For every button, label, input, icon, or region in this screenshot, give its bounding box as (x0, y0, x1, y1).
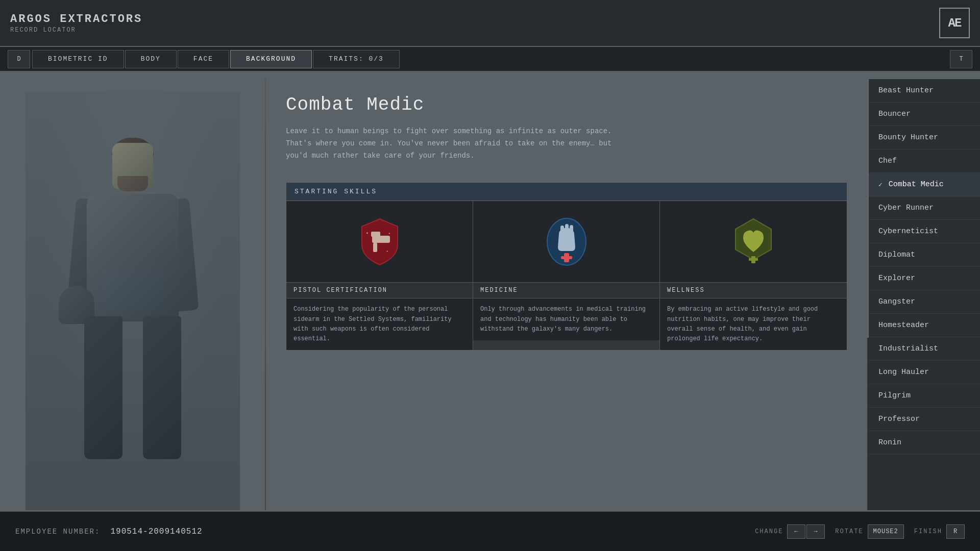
svg-rect-15 (749, 258, 758, 261)
skills-container: STARTING SKILLS (286, 182, 847, 350)
skill-wellness-icon-area (660, 201, 847, 283)
skill-medicine: MEDICINE Only through advancements in me… (473, 201, 660, 350)
nav-tabs: D BIOMETRIC ID BODY FACE BACKGROUND TRAI… (0, 47, 980, 71)
logo-area: ARGOS EXTRACTORS RECORD LOCATOR (10, 13, 142, 34)
tab-body[interactable]: BODY (125, 50, 177, 68)
character-body (56, 128, 209, 510)
wellness-icon (730, 216, 776, 267)
sidebar-item-bouncer[interactable]: Bouncer (868, 103, 980, 126)
rotate-control: ROTATE MOUSE2 (835, 524, 903, 539)
skill-wellness: WELLNESS By embracing an active lifestyl… (660, 201, 847, 350)
sidebar-item-explorer[interactable]: Explorer (868, 267, 980, 290)
tab-biometric-id[interactable]: BIOMETRIC ID (32, 50, 124, 68)
skill-pistol-icon-area: ✦ ✦ ✦ (286, 201, 473, 283)
finish-key[interactable]: R (946, 524, 965, 539)
tab-background[interactable]: BACKGROUND (230, 50, 312, 68)
char-chest-detail (102, 270, 163, 311)
sidebar-item-beast-hunter[interactable]: Beast Hunter (868, 79, 980, 103)
pistol-icon: ✦ ✦ ✦ (357, 216, 403, 267)
divider (265, 79, 266, 510)
background-list[interactable]: Beast HunterBouncerBounty HunterChefComb… (868, 79, 980, 510)
sidebar-item-homesteader[interactable]: Homesteader (868, 314, 980, 337)
skills-grid: ✦ ✦ ✦ PISTOL CERTIFICATION Considering t… (286, 201, 847, 350)
svg-text:✦: ✦ (386, 249, 388, 253)
char-torso (87, 194, 179, 321)
svg-rect-1 (371, 232, 380, 237)
skill-pistol: ✦ ✦ ✦ PISTOL CERTIFICATION Considering t… (286, 201, 473, 350)
tab-traits[interactable]: TRAITS: 0/3 (313, 50, 400, 68)
char-beard (117, 176, 148, 191)
skill-wellness-name: WELLNESS (660, 283, 847, 298)
svg-rect-9 (565, 224, 569, 235)
char-leg-right (143, 316, 181, 459)
app-subtitle: RECORD LOCATOR (10, 27, 142, 34)
finish-control: FINISH R (914, 524, 965, 539)
skill-pistol-desc: Considering the popularity of the person… (286, 298, 473, 350)
header-bar: ARGOS EXTRACTORS RECORD LOCATOR AE (0, 0, 980, 46)
sidebar-item-pilgrim[interactable]: Pilgrim (868, 384, 980, 408)
main-content: Combat Medic Leave it to human beings to… (265, 79, 868, 510)
skill-pistol-name: PISTOL CERTIFICATION (286, 283, 473, 298)
skill-medicine-icon-area (473, 201, 659, 283)
sidebar-item-professor[interactable]: Professor (868, 408, 980, 431)
app-title: ARGOS EXTRACTORS (10, 13, 142, 26)
change-right-key[interactable]: → (806, 524, 825, 539)
skill-medicine-name: MEDICINE (473, 283, 659, 298)
finish-keys: R (946, 524, 965, 539)
svg-rect-3 (373, 243, 377, 252)
background-description: Leave it to human beings to fight over s… (286, 126, 612, 162)
skill-medicine-desc: Only through advancements in medical tra… (473, 298, 659, 340)
svg-rect-2 (380, 239, 386, 242)
ae-logo: AE (939, 8, 970, 38)
rotate-keys: MOUSE2 (868, 524, 904, 539)
change-left-key[interactable]: ← (787, 524, 805, 539)
scroll-track[interactable] (867, 79, 869, 510)
employee-label: EMPLOYEE NUMBER: (15, 528, 100, 536)
sidebar-item-ronin[interactable]: Ronin (868, 431, 980, 455)
sidebar-item-industrialist[interactable]: Industrialist (868, 337, 980, 361)
medicine-icon (544, 216, 590, 267)
nav-left-button[interactable]: D (8, 50, 30, 68)
sidebar-item-long-hauler[interactable]: Long Hauler (868, 361, 980, 384)
svg-rect-8 (560, 226, 564, 236)
tab-face[interactable]: FACE (178, 50, 229, 68)
svg-rect-10 (570, 225, 573, 235)
nav-right-button[interactable]: T (950, 50, 972, 68)
background-title: Combat Medic (286, 94, 847, 115)
sidebar-item-chef[interactable]: Chef (868, 149, 980, 173)
bottom-bar: EMPLOYEE NUMBER: 190514-2009140512 CHANG… (0, 511, 980, 551)
svg-rect-12 (561, 256, 572, 259)
bottom-controls: CHANGE ← → ROTATE MOUSE2 FINISH R (755, 524, 965, 539)
character-figure (26, 92, 240, 510)
employee-number: 190514-2009140512 (110, 527, 202, 536)
skill-wellness-desc: By embracing an active lifestyle and goo… (660, 298, 847, 350)
svg-text:✦: ✦ (388, 232, 390, 235)
rotate-key[interactable]: MOUSE2 (868, 524, 904, 539)
sidebar-item-gangster[interactable]: Gangster (868, 290, 980, 314)
sidebar-item-bounty-hunter[interactable]: Bounty Hunter (868, 126, 980, 149)
svg-text:✦: ✦ (366, 231, 369, 235)
sidebar-item-cyber-runner[interactable]: Cyber Runner (868, 196, 980, 220)
scroll-thumb (867, 79, 869, 338)
char-leg-left (84, 316, 122, 459)
sidebar-item-cyberneticist[interactable]: Cyberneticist (868, 220, 980, 243)
sidebar-item-combat-medic[interactable]: Combat Medic (868, 173, 980, 196)
change-control: CHANGE ← → (755, 524, 825, 539)
skills-header: STARTING SKILLS (286, 183, 847, 201)
character-display (0, 79, 265, 510)
sidebar-item-diplomat[interactable]: Diplomat (868, 243, 980, 267)
change-keys: ← → (787, 524, 825, 539)
